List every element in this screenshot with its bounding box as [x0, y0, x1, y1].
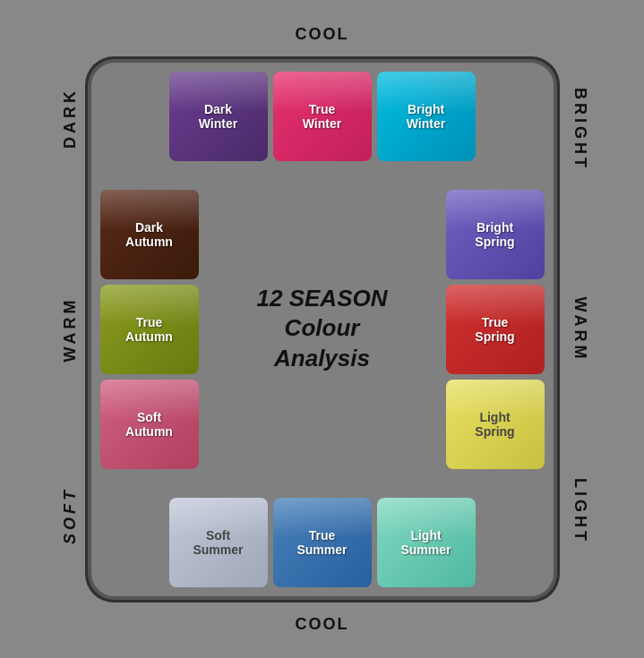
- label-cool-bottom: COOL: [296, 615, 349, 634]
- center-line3: Analysis: [274, 345, 370, 372]
- left-col: DarkAutumn TrueAutumn SoftAutumn: [100, 190, 199, 469]
- season-dark-autumn[interactable]: DarkAutumn: [100, 190, 199, 279]
- center-line1: 12 SEASON: [257, 285, 388, 312]
- label-bright: BRIGHT: [571, 88, 589, 171]
- right-col: BrightSpring TrueSpring LightSpring: [446, 190, 545, 469]
- label-dark: DARK: [61, 88, 80, 149]
- center-line2: Colour: [285, 315, 360, 342]
- season-bright-winter[interactable]: BrightWinter: [377, 72, 476, 161]
- main-board: DarkWinter TrueWinter BrightWinter SoftS…: [88, 59, 557, 600]
- label-warm-right: WARM: [571, 296, 589, 362]
- label-light: LIGHT: [571, 478, 589, 544]
- season-dark-winter[interactable]: DarkWinter: [169, 72, 268, 161]
- center-text: 12 SEASON Colour Analysis: [257, 284, 388, 374]
- diagram-container: COOL COOL DARK BRIGHT WARM WARM SOFT LIG…: [45, 25, 600, 634]
- season-true-spring[interactable]: TrueSpring: [446, 285, 545, 374]
- season-light-summer[interactable]: LightSummer: [377, 498, 476, 587]
- label-warm-left: WARM: [61, 296, 80, 362]
- top-row: DarkWinter TrueWinter BrightWinter: [169, 72, 476, 161]
- season-soft-autumn[interactable]: SoftAutumn: [100, 380, 199, 469]
- bottom-row: SoftSummer TrueSummer LightSummer: [169, 498, 476, 587]
- season-soft-summer[interactable]: SoftSummer: [169, 498, 268, 587]
- season-bright-spring[interactable]: BrightSpring: [446, 190, 545, 279]
- label-soft: SOFT: [61, 487, 80, 544]
- season-true-summer[interactable]: TrueSummer: [273, 498, 372, 587]
- season-true-autumn[interactable]: TrueAutumn: [100, 285, 199, 374]
- label-cool-top: COOL: [296, 25, 349, 44]
- season-true-winter[interactable]: TrueWinter: [273, 72, 372, 161]
- season-light-spring[interactable]: LightSpring: [446, 380, 545, 469]
